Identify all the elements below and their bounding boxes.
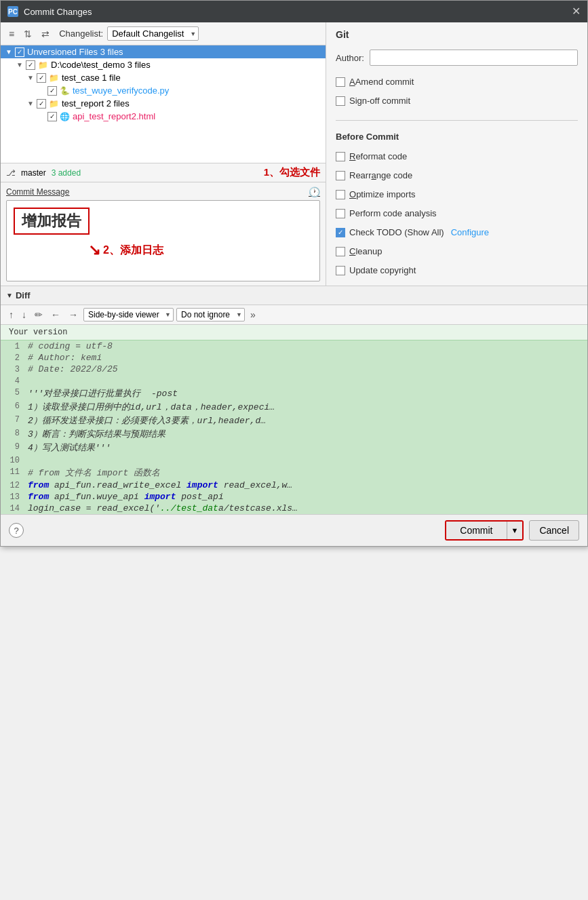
py-file-icon: 🐍 [60,86,70,96]
version-label: Your version [1,325,587,340]
analysis-checkbox[interactable] [336,209,345,218]
folder-icon-demo: 📁 [38,60,48,70]
expand-icon-report: ▼ [26,100,35,107]
changelist-select[interactable]: Default Changelist [107,26,199,41]
commit-msg-label-text: Commit Message [6,187,69,197]
close-button[interactable]: ✕ [572,6,581,17]
copyright-checkbox[interactable] [336,266,345,275]
status-bar: ⎇ master 3 added 1、勾选文件 [1,163,326,182]
ignore-select[interactable]: Do not ignore [176,308,245,321]
line-content-5: '''对登录接口进行批量执行 -post [28,387,587,399]
line-content-2: # Author: kemi [28,353,587,363]
line-content-6: 1）读取登录接口用例中的id,url，data，header,expeci… [28,401,587,413]
checkbox-test-case[interactable]: ✓ [37,73,46,83]
code-line-6: 6 1）读取登录接口用例中的id,url，data，header,expeci… [1,400,587,414]
reformat-label: Reformat code [349,151,407,161]
commit-btn-wrapper: Commit ▼ [445,520,524,541]
line-num-4: 4 [1,376,28,386]
expand-collapse-btn[interactable]: ≡ [6,27,17,41]
annotation-second: 2、添加日志 [103,243,163,258]
more-options-icon[interactable]: » [250,309,256,320]
line-num-12: 12 [1,480,28,490]
todo-checkbox[interactable]: ✓ [336,228,345,237]
diff-header: ▼ Diff [1,286,587,305]
sign-off-checkbox[interactable] [336,96,345,106]
commit-dropdown-button[interactable]: ▼ [507,522,523,539]
right-panel: Git Author: AAmend commit Sign-off commi… [326,22,587,286]
line-content-3: # Date: 2022/8/25 [28,364,587,374]
before-commit-title: Before Commit [336,132,578,142]
diff-toggle[interactable]: ▼ [6,292,13,299]
help-button[interactable]: ? [9,523,24,538]
author-input[interactable] [370,50,578,66]
commit-button[interactable]: Commit [446,522,507,539]
checkbox-html[interactable]: ✓ [47,112,57,121]
html-file-icon: 🌐 [60,112,70,121]
sort-btn[interactable]: ⇅ [21,27,35,41]
bottom-actions: Commit ▼ Cancel [445,520,579,541]
tree-item-test-case[interactable]: ▼ ✓ 📁 test_case 1 file [1,71,326,84]
viewer-select[interactable]: Side-by-side viewer [83,308,174,321]
amend-commit-checkbox[interactable] [336,77,345,87]
line-content-8: 3）断言：判断实际结果与预期结果 [28,428,587,440]
edit-btn[interactable]: ✏ [32,308,45,321]
history-icon: 🕐 [309,187,320,197]
code-line-11: 11 # from 文件名 import 函数名 [1,466,587,480]
tree-item-html-file[interactable]: ▶ ✓ 🌐 api_test_report2.html [1,110,326,123]
checkbox-py[interactable]: ✓ [47,86,57,96]
rearrange-label: Rearrange code [349,170,412,180]
tree-label-report: test_report 2 files [62,98,130,109]
line-num-10: 10 [1,455,28,465]
checkbox-report[interactable]: ✓ [37,99,46,109]
code-line-2: 2 # Author: kemi [1,352,587,364]
rearrange-checkbox[interactable] [336,171,345,180]
changelist-select-wrapper[interactable]: Default Changelist [107,26,199,41]
line-num-6: 6 [1,401,28,413]
back-btn[interactable]: ← [48,308,63,321]
configure-link[interactable]: Configure [451,227,489,237]
folder-icon-report: 📁 [49,99,59,109]
optimize-label: Optimize imports [349,189,416,199]
viewer-select-wrapper[interactable]: Side-by-side viewer [83,308,174,321]
bottom-bar: ? Commit ▼ Cancel [1,514,587,546]
tree-item-py-file[interactable]: ▶ ✓ 🐍 test_wuye_verifycode.py [1,84,326,97]
diff-title: ▼ Diff [6,290,31,300]
line-num-5: 5 [1,387,28,399]
line-num-9: 9 [1,442,28,454]
cancel-button[interactable]: Cancel [529,520,579,541]
changelist-label: Changelist: [59,28,103,39]
tree-label-unversioned: Unversioned Files 3 files [27,47,123,57]
fwd-btn[interactable]: → [66,308,81,321]
file-tree[interactable]: ▼ ✓ Unversioned Files 3 files ▼ ✓ 📁 D:\c… [1,45,326,163]
author-label: Author: [336,53,364,63]
tree-item-test-report[interactable]: ▼ ✓ 📁 test_report 2 files [1,97,326,110]
cleanup-row: Cleanup [336,246,578,256]
down-btn[interactable]: ↓ [19,308,29,321]
commit-msg-box: 增加报告 ↘ 2、添加日志 [6,200,320,281]
line-content-14: login_case = read_excel('../test_data/te… [28,503,587,513]
line-content-1: # coding = utf-8 [28,341,587,351]
line-content-11: # from 文件名 import 函数名 [28,467,587,479]
diff-title-text: Diff [16,290,31,300]
diff-toolbar: ↑ ↓ ✏ ← → Side-by-side viewer Do not ign… [1,305,587,325]
sort2-btn[interactable]: ⇄ [39,27,52,41]
tree-label-test-case: test_case 1 file [62,73,121,83]
author-row: Author: [336,50,578,66]
checkbox-demo[interactable]: ✓ [26,60,35,70]
diff-code-area[interactable]: Your version 1 # coding = utf-8 2 # Auth… [1,325,587,514]
up-btn[interactable]: ↑ [6,308,16,321]
code-line-5: 5 '''对登录接口进行批量执行 -post [1,387,587,400]
line-content-12: from api_fun.read_write_excel import rea… [28,480,587,490]
tree-item-demo-folder[interactable]: ▼ ✓ 📁 D:\code\test_demo 3 files [1,58,326,71]
cleanup-checkbox[interactable] [336,247,345,256]
ignore-select-wrapper[interactable]: Do not ignore [176,308,245,321]
tree-item-unversioned[interactable]: ▼ ✓ Unversioned Files 3 files [1,45,326,58]
reformat-checkbox[interactable] [336,152,345,161]
line-num-3: 3 [1,364,28,374]
checkbox-unversioned[interactable]: ✓ [15,47,24,57]
line-num-13: 13 [1,492,28,502]
cleanup-label: Cleanup [349,246,382,256]
sign-off-row: Sign-off commit [336,96,578,106]
app-icon: PC [7,6,18,17]
optimize-checkbox[interactable] [336,190,345,199]
